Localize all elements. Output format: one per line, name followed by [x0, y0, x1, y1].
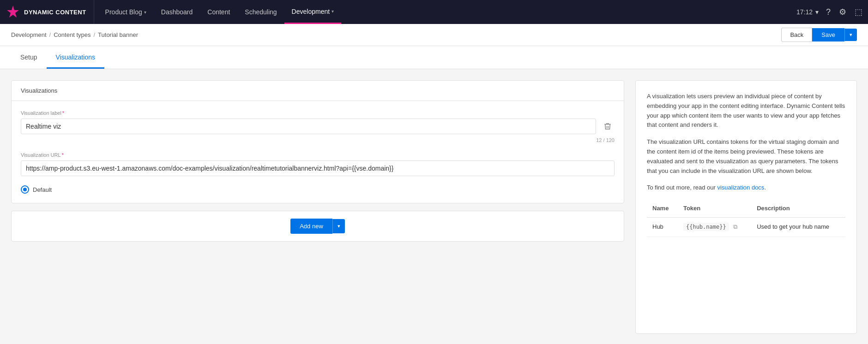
- label-field-row: [21, 119, 615, 136]
- default-radio[interactable]: [21, 185, 29, 194]
- top-navigation: DYNAMIC CONTENT Product Blog ▾ Dashboard…: [0, 0, 868, 24]
- left-panel: Visualizations Visualization label*: [11, 80, 624, 334]
- nav-divider: [94, 0, 94, 24]
- trash-icon: [603, 122, 612, 130]
- settings-icon[interactable]: ⚙: [839, 7, 846, 17]
- help-icon[interactable]: ?: [826, 7, 831, 17]
- save-button[interactable]: Save: [812, 28, 844, 42]
- product-blog-chevron: ▾: [144, 10, 146, 15]
- visualization-url-input[interactable]: [21, 160, 615, 176]
- add-new-bar: Add new ▾: [11, 211, 624, 242]
- help-paragraph-3: To find out more, read our visualization…: [647, 183, 845, 193]
- time-chevron: ▾: [815, 8, 819, 16]
- tab-visualizations[interactable]: Visualizations: [47, 46, 104, 69]
- help-paragraph-2: The visualization URL contains tokens fo…: [647, 137, 845, 176]
- token-value: {{hub.name}} ⧉: [678, 217, 751, 237]
- breadcrumb-bar: Development / Content types / Tutorial b…: [0, 24, 868, 46]
- add-new-button[interactable]: Add new: [290, 219, 332, 234]
- breadcrumb: Development / Content types / Tutorial b…: [11, 31, 138, 38]
- nav-icons: ? ⚙ ⬚: [826, 7, 862, 17]
- delete-visualization-button[interactable]: [601, 119, 615, 136]
- save-dropdown-button[interactable]: ▾: [844, 29, 857, 41]
- col-name: Name: [647, 200, 678, 217]
- url-field-group: Visualization URL*: [21, 152, 615, 176]
- logo-icon: [6, 5, 20, 19]
- default-label: Default: [33, 186, 52, 193]
- logo-area[interactable]: DYNAMIC CONTENT: [6, 5, 86, 19]
- tokens-table: Name Token Description Hub {{hub.name}} …: [647, 200, 845, 237]
- right-panel: A visualization lets users preview an in…: [635, 80, 857, 334]
- token-code: {{hub.name}}: [683, 223, 729, 231]
- visualizations-card: Visualizations Visualization label*: [11, 80, 624, 203]
- breadcrumb-development[interactable]: Development: [11, 31, 47, 38]
- label-field-label: Visualization label*: [21, 110, 615, 116]
- nav-item-content[interactable]: Content: [200, 0, 237, 24]
- tab-setup[interactable]: Setup: [11, 46, 47, 69]
- tabs-bar: Setup Visualizations: [0, 46, 868, 69]
- breadcrumb-actions: Back Save ▾: [781, 28, 857, 42]
- tokens-table-row: Hub {{hub.name}} ⧉ Used to get your hub …: [647, 217, 845, 237]
- main-content: Visualizations Visualization label*: [0, 69, 868, 344]
- viz-card-body: Visualization label*: [12, 101, 624, 203]
- label-field-group: Visualization label*: [21, 110, 615, 143]
- col-description: Description: [751, 200, 845, 217]
- breadcrumb-content-types[interactable]: Content types: [54, 31, 90, 38]
- nav-item-development[interactable]: Development ▾: [284, 0, 342, 24]
- development-chevron: ▾: [332, 9, 334, 14]
- url-field-label: Visualization URL*: [21, 152, 615, 158]
- add-new-dropdown-button[interactable]: ▾: [332, 219, 345, 233]
- visualization-docs-link[interactable]: visualization docs: [717, 184, 764, 191]
- nav-item-scheduling[interactable]: Scheduling: [237, 0, 284, 24]
- nav-time: 17:12 ▾: [796, 8, 819, 16]
- user-icon[interactable]: ⬚: [855, 7, 862, 17]
- token-name: Hub: [647, 217, 678, 237]
- nav-item-dashboard[interactable]: Dashboard: [154, 0, 200, 24]
- breadcrumb-sep1: /: [49, 31, 51, 38]
- copy-icon[interactable]: ⧉: [733, 223, 737, 230]
- token-description: Used to get your hub name: [751, 217, 845, 237]
- col-token: Token: [678, 200, 751, 217]
- breadcrumb-sep2: /: [93, 31, 95, 38]
- back-button[interactable]: Back: [781, 28, 812, 42]
- help-paragraph-1: A visualization lets users preview an in…: [647, 92, 845, 130]
- viz-card-header: Visualizations: [12, 81, 624, 101]
- tokens-table-header-row: Name Token Description: [647, 200, 845, 217]
- visualization-label-input[interactable]: [21, 119, 596, 134]
- logo-text: DYNAMIC CONTENT: [24, 9, 86, 16]
- char-count: 12 / 120: [21, 137, 615, 143]
- nav-item-product-blog[interactable]: Product Blog ▾: [98, 0, 154, 24]
- breadcrumb-current: Tutorial banner: [98, 31, 138, 38]
- default-radio-group: Default: [21, 185, 615, 194]
- radio-inner: [23, 188, 27, 191]
